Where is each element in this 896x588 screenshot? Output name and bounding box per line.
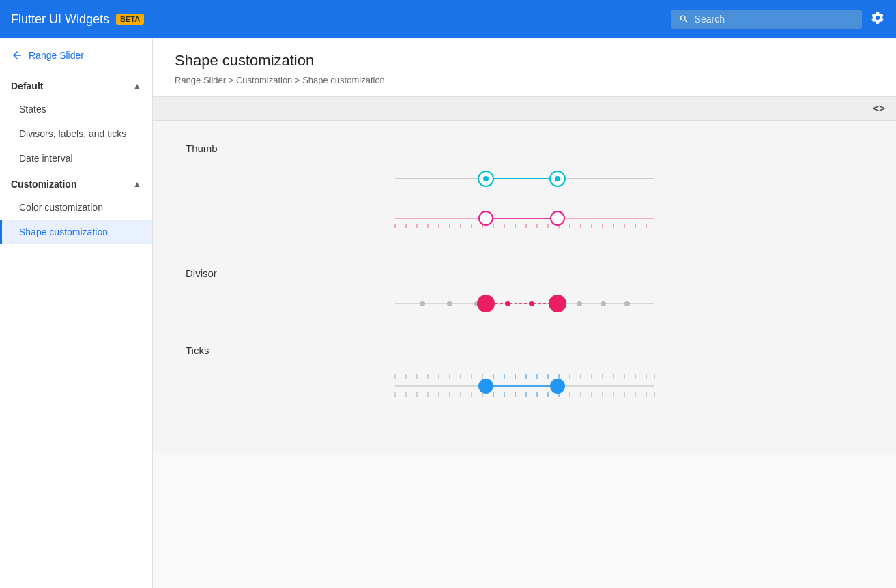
ticks-left-thumb[interactable] <box>478 379 493 394</box>
nav-item-states[interactable]: States <box>0 97 152 121</box>
nav-item-shape-customization[interactable]: Shape customization <box>0 220 152 244</box>
svg-point-40 <box>624 301 630 306</box>
layout: Range Slider Default ▲ States Divisors, … <box>0 38 896 588</box>
breadcrumb: Range Slider > Customization > Shape cus… <box>175 75 874 85</box>
svg-point-32 <box>420 301 425 306</box>
sidebar: Range Slider Default ▲ States Divisors, … <box>0 38 153 588</box>
section-divisor: Divisor <box>186 267 863 317</box>
main-content: Shape customization Range Slider > Custo… <box>153 38 896 588</box>
settings-button[interactable] <box>870 10 885 29</box>
search-icon <box>679 14 689 25</box>
pink-left-thumb[interactable] <box>479 211 493 225</box>
page-header: Shape customization Range Slider > Custo… <box>153 38 896 97</box>
section-ticks: Ticks <box>186 344 863 405</box>
nav-item-color-customization[interactable]: Color customization <box>0 195 152 220</box>
divisor-label: Divisor <box>186 267 863 279</box>
ticks-range-slider[interactable] <box>388 367 661 405</box>
section-customization-label: Customization <box>11 179 76 190</box>
svg-point-35 <box>505 301 510 306</box>
beta-badge: BETA <box>116 14 144 25</box>
header-right <box>671 10 885 29</box>
ticks-right-thumb[interactable] <box>550 379 565 394</box>
search-input[interactable] <box>695 14 854 25</box>
section-default[interactable]: Default ▲ <box>0 72 152 97</box>
svg-point-33 <box>447 301 452 306</box>
slider-pink-ticks[interactable] <box>388 206 661 240</box>
demo-area: Thumb <box>153 121 896 454</box>
svg-point-2 <box>483 176 489 181</box>
svg-point-36 <box>529 301 534 306</box>
svg-point-39 <box>601 301 606 306</box>
divisor-left-thumb[interactable] <box>477 295 495 312</box>
gear-icon <box>870 10 885 25</box>
divisor-right-thumb[interactable] <box>549 295 566 312</box>
ticks-label: Ticks <box>186 344 863 356</box>
slider-divisors[interactable] <box>388 290 661 317</box>
chevron-up-icon: ▲ <box>133 81 141 91</box>
divisor-range-slider[interactable] <box>388 290 661 317</box>
teal-range-slider[interactable] <box>388 165 661 192</box>
page-title: Shape customization <box>175 52 874 70</box>
svg-point-38 <box>577 301 582 306</box>
section-default-label: Default <box>11 80 43 91</box>
chevron-up-icon-2: ▲ <box>133 179 141 189</box>
svg-point-3 <box>555 176 560 181</box>
nav-item-date-interval[interactable]: Date interval <box>0 146 152 171</box>
section-thumb: Thumb <box>186 143 863 240</box>
back-label: Range Slider <box>29 50 84 61</box>
header-left: Flutter UI Widgets BETA <box>11 12 144 27</box>
back-button[interactable]: Range Slider <box>0 38 152 72</box>
pink-range-slider[interactable] <box>388 206 661 240</box>
code-toggle-button[interactable]: <> <box>873 102 885 115</box>
code-icon: <> <box>873 102 885 115</box>
nav-item-divisors[interactable]: Divisors, labels, and ticks <box>0 121 152 146</box>
section-customization[interactable]: Customization ▲ <box>0 171 152 195</box>
search-bar[interactable] <box>671 10 862 29</box>
thumb-label: Thumb <box>186 143 863 154</box>
pink-right-thumb[interactable] <box>551 211 564 225</box>
code-toggle-bar: <> <box>153 97 896 121</box>
app-header: Flutter UI Widgets BETA <box>0 0 896 38</box>
back-arrow-icon <box>11 49 23 61</box>
app-title: Flutter UI Widgets <box>11 12 109 27</box>
slider-teal-outline[interactable] <box>388 165 661 192</box>
slider-ticks[interactable] <box>388 367 661 405</box>
